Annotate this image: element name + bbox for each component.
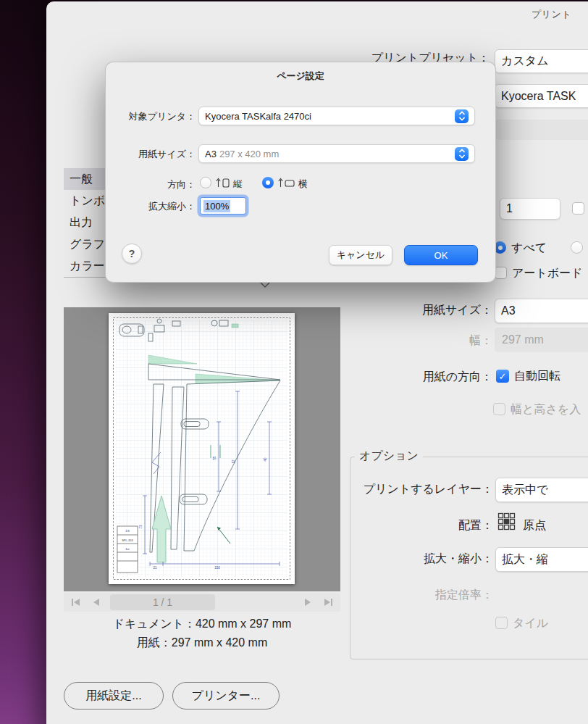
preset-select[interactable]: カスタム bbox=[495, 49, 588, 73]
printer-select[interactable]: Kyocera TASK bbox=[495, 84, 588, 108]
ok-button[interactable]: OK bbox=[404, 245, 478, 265]
scale-option-select[interactable]: 拡大・縮 bbox=[495, 547, 588, 572]
preset-value: カスタム bbox=[501, 54, 549, 69]
copies-input[interactable]: 1 bbox=[500, 198, 560, 220]
sidebar-item-label: 一般 bbox=[70, 172, 93, 187]
paper-size-line: 用紙：297 mm x 420 mm bbox=[64, 633, 340, 652]
sheet-paper-size-select[interactable]: A3 297 x 420 mm bbox=[198, 144, 475, 163]
paper-setup-button[interactable]: 用紙設定... bbox=[64, 682, 164, 710]
portrait-radio[interactable] bbox=[200, 177, 211, 188]
portrait-icon bbox=[216, 178, 230, 188]
last-page-button[interactable] bbox=[323, 598, 333, 607]
options-group: オプション プリントするレイヤー： 表示中で 配置： 原点 拡大・縮小： 拡大・… bbox=[350, 457, 588, 659]
orientation-label: 方向： bbox=[106, 178, 196, 191]
target-printer-label: 対象プリンタ： bbox=[106, 110, 196, 123]
sheet-paper-size-value: A3 bbox=[205, 149, 217, 159]
preview-pager: 1 / 1 bbox=[64, 593, 340, 612]
placement-label: 配置： bbox=[350, 518, 493, 533]
preview-page[interactable]: 12 55 40 150 21 73 bbox=[109, 313, 295, 584]
ppd-field-disabled bbox=[495, 120, 588, 140]
window-title: プリント bbox=[532, 8, 571, 21]
page-setup-sheet: ページ設定 対象プリンタ： Kyocera TASKalfa 2470ci 用紙… bbox=[105, 62, 496, 283]
placement-value: 原点 bbox=[523, 518, 546, 533]
printer-value: Kyocera TASK bbox=[501, 90, 576, 103]
width-field-disabled: 297 mm bbox=[495, 328, 588, 352]
dim-label: 73 bbox=[139, 525, 143, 529]
sidebar-item-label: 出力 bbox=[70, 215, 93, 230]
landscape-label: 横 bbox=[298, 178, 308, 191]
auto-rotate-label: 自動回転 bbox=[514, 369, 560, 384]
help-button[interactable]: ? bbox=[122, 244, 142, 264]
collate-checkbox[interactable] bbox=[572, 202, 584, 215]
dim-label: 40 bbox=[264, 457, 267, 462]
sheet-scale-label: 拡大縮小： bbox=[106, 200, 196, 213]
target-printer-select[interactable]: Kyocera TASKalfa 2470ci bbox=[198, 107, 475, 125]
tile-checkbox bbox=[495, 617, 508, 629]
width-label: 幅： bbox=[437, 333, 492, 349]
dim-label: 21 bbox=[153, 566, 157, 570]
titleblock-rev: 1st bbox=[125, 547, 130, 551]
print-layers-select[interactable]: 表示中で bbox=[495, 478, 588, 502]
scale-value: 100% bbox=[203, 200, 230, 212]
dim-label: 150 bbox=[214, 566, 220, 570]
document-info: ドキュメント：420 mm x 297 mm 用紙：297 mm x 420 m… bbox=[64, 615, 340, 652]
landscape-radio[interactable] bbox=[262, 177, 274, 188]
swap-wh-checkbox bbox=[493, 403, 505, 415]
first-page-button[interactable] bbox=[71, 598, 81, 607]
tile-label: タイル bbox=[513, 616, 548, 631]
auto-rotate-checkbox[interactable]: ✓ bbox=[496, 370, 509, 383]
range-pages-radio[interactable] bbox=[571, 241, 583, 254]
stepper-icon bbox=[455, 109, 469, 123]
dim-label: 55 bbox=[213, 456, 217, 460]
page-indicator: 1 / 1 bbox=[110, 594, 215, 610]
document-size-line: ドキュメント：420 mm x 297 mm bbox=[64, 615, 340, 633]
artboard-label: アートボード bbox=[512, 266, 583, 281]
artboard-checkbox[interactable] bbox=[495, 267, 507, 279]
paper-orientation-label: 用紙の方向： bbox=[358, 370, 492, 385]
width-value: 297 mm bbox=[502, 333, 544, 346]
cancel-button[interactable]: キャンセル bbox=[329, 245, 392, 265]
scale-option-label: 拡大・縮小： bbox=[350, 552, 493, 567]
titleblock-page: 1/3 bbox=[125, 529, 130, 533]
paper-size-value: A3 bbox=[501, 304, 516, 317]
preview-drawing: 12 55 40 150 21 73 bbox=[109, 313, 295, 584]
chevron-down-icon bbox=[260, 282, 270, 288]
sheet-paper-size-label: 用紙サイズ： bbox=[106, 148, 196, 161]
scale-input[interactable]: 100% bbox=[200, 197, 246, 215]
print-preview-pane: 12 55 40 150 21 73 bbox=[64, 307, 340, 591]
stepper-icon bbox=[455, 147, 469, 161]
placement-grid-icon[interactable] bbox=[497, 512, 516, 531]
swap-wh-label: 幅と高さを入 bbox=[511, 402, 581, 417]
portrait-label: 縦 bbox=[233, 178, 243, 191]
print-layers-label: プリントするレイヤー： bbox=[350, 482, 493, 497]
print-layers-value: 表示中で bbox=[502, 483, 548, 498]
sheet-title: ページ設定 bbox=[106, 70, 495, 83]
scale-option-value: 拡大・縮 bbox=[502, 552, 548, 567]
landscape-icon bbox=[278, 178, 295, 188]
titleblock-code: SPL-324 bbox=[122, 538, 133, 542]
dim-label: 12 bbox=[232, 459, 235, 464]
check-icon: ✓ bbox=[499, 371, 507, 382]
range-all-label: すべて bbox=[511, 241, 547, 256]
previous-page-button[interactable] bbox=[93, 598, 100, 607]
next-page-button[interactable] bbox=[304, 598, 311, 607]
ratio-label: 指定倍率： bbox=[350, 588, 493, 603]
target-printer-value: Kyocera TASKalfa 2470ci bbox=[205, 111, 311, 122]
options-group-title: オプション bbox=[355, 449, 423, 464]
paper-size-label: 用紙サイズ： bbox=[358, 303, 492, 318]
desktop: プリント プリントプリセット： カスタム Kyocera TASK 1 すべて … bbox=[0, 0, 588, 724]
paper-size-select[interactable]: A3 bbox=[495, 299, 588, 323]
printer-setup-button[interactable]: プリンター... bbox=[172, 682, 280, 710]
sheet-paper-size-detail: 297 x 420 mm bbox=[219, 149, 279, 159]
copies-value: 1 bbox=[506, 202, 513, 215]
